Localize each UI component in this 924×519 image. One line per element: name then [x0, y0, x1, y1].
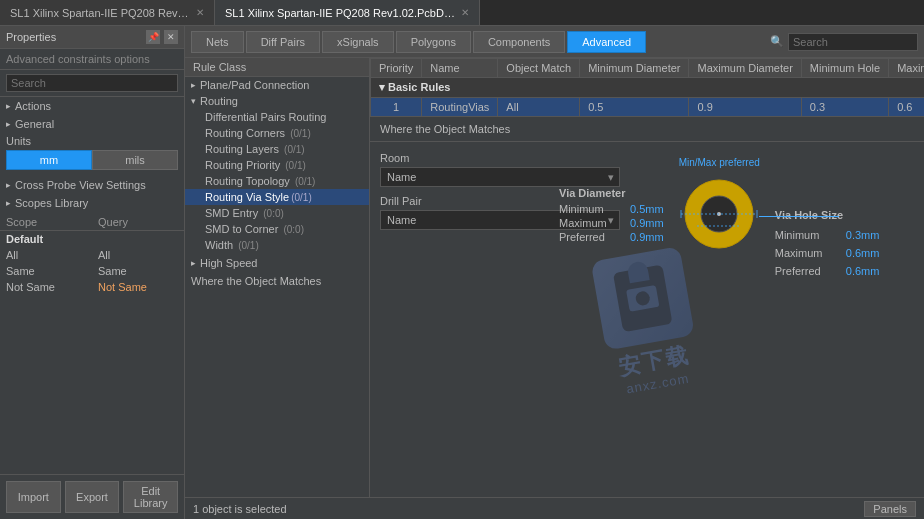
where-matches-label: Where the Object Matches: [370, 117, 924, 142]
sidebar-title: Properties: [6, 31, 56, 43]
export-button[interactable]: Export: [65, 481, 120, 513]
tab-diff-pairs[interactable]: Diff Pairs: [246, 31, 320, 53]
sidebar-header: Properties 📌 ✕: [0, 26, 184, 49]
query-col-header: Query: [92, 214, 184, 231]
group-name: Basic Rules: [388, 81, 450, 93]
search-icon: 🔍: [770, 35, 784, 48]
via-diameter-preferred-value: 0.9mm: [630, 231, 664, 243]
sidebar-item-cross-probe[interactable]: ▸ Cross Probe View Settings: [0, 176, 184, 194]
tree-item-routing[interactable]: ▾ Routing: [185, 93, 369, 109]
constraints-search-input[interactable]: [788, 33, 918, 51]
tree-item-label: Routing Corners: [205, 127, 285, 139]
tab-xsignals[interactable]: xSignals: [322, 31, 394, 53]
col-min-diameter: Minimum Diameter: [580, 59, 689, 78]
arrow-icon: ▸: [6, 119, 11, 129]
tree-item-plane-pad[interactable]: ▸ Plane/Pad Connection: [185, 77, 369, 93]
rule-count: (0/1): [285, 160, 306, 171]
via-diagram-svg: [679, 174, 759, 254]
basic-rules-group-row: ▾ Basic Rules: [371, 78, 925, 98]
sidebar-pin-button[interactable]: 📌: [146, 30, 160, 44]
tree-item-label: Differential Pairs Routing: [205, 111, 326, 123]
rule-count: (0/1): [291, 192, 312, 203]
via-hole-min-value: 0.3mm: [846, 229, 880, 241]
tree-item-width[interactable]: Width (0/1): [185, 237, 369, 253]
arrow-icon: ▸: [6, 101, 11, 111]
scope-all-row[interactable]: All All: [0, 247, 184, 263]
close-icon[interactable]: ✕: [461, 7, 469, 18]
import-button[interactable]: Import: [6, 481, 61, 513]
close-icon[interactable]: ✕: [196, 7, 204, 18]
via-diameter-title: Via Diameter: [559, 187, 664, 199]
tree-item-label: Where the Object Matches: [191, 275, 321, 287]
search-input[interactable]: [6, 74, 178, 92]
col-max-hole: Maximum Hole: [889, 59, 924, 78]
rules-table: Priority Name Object Match Minimum Diame…: [370, 58, 924, 117]
via-diameter-max-value: 0.9mm: [630, 217, 664, 229]
tree-item-label: SMD to Corner: [205, 223, 278, 235]
arrow-icon: ▸: [191, 258, 196, 268]
status-message: 1 object is selected: [193, 503, 287, 515]
units-label: Units: [6, 135, 178, 147]
tab-components[interactable]: Components: [473, 31, 565, 53]
tab-polygons[interactable]: Polygons: [396, 31, 471, 53]
tree-item-label: Plane/Pad Connection: [200, 79, 309, 91]
units-mm-button[interactable]: mm: [6, 150, 92, 170]
scope-same-row[interactable]: Same Same: [0, 263, 184, 279]
tree-item-smd-to-corner[interactable]: SMD to Corner (0:0): [185, 221, 369, 237]
edit-library-button[interactable]: Edit Library: [123, 481, 178, 513]
tree-item-label: High Speed: [200, 257, 258, 269]
rule-count: (0/1): [238, 240, 259, 251]
tree-item-label: Routing Topology: [205, 175, 290, 187]
tab-constraints[interactable]: SL1 Xilinx Spartan-IIE PQ208 Rev1.02.Pcb…: [215, 0, 480, 25]
tree-item-label: Routing Via Style: [205, 191, 289, 203]
tree-item-smd-entry[interactable]: SMD Entry (0:0): [185, 205, 369, 221]
via-diameter-max-label: Maximum: [559, 217, 624, 229]
sidebar-item-general[interactable]: ▸ General: [0, 115, 184, 133]
rule-count: (0:0): [263, 208, 284, 219]
scope-default-row: Default: [0, 231, 184, 248]
tree-item-routing-topology[interactable]: Routing Topology (0/1): [185, 173, 369, 189]
col-priority: Priority: [371, 59, 422, 78]
col-min-hole: Minimum Hole: [801, 59, 888, 78]
sidebar-item-actions[interactable]: ▸ Actions: [0, 97, 184, 115]
scope-col-header: Scope: [0, 214, 92, 231]
panels-button[interactable]: Panels: [864, 501, 916, 517]
arrow-icon: ▸: [191, 80, 196, 90]
via-hole-preferred-label: Preferred: [775, 265, 840, 277]
tree-item-label: Width: [205, 239, 233, 251]
col-name: Name: [422, 59, 498, 78]
tab-advanced[interactable]: Advanced: [567, 31, 646, 53]
table-row[interactable]: 1 RoutingVias All 0.5 0.9 0.3 0.6: [371, 98, 925, 117]
via-hole-min-label: Minimum: [775, 229, 840, 241]
tree-item-routing-layers[interactable]: Routing Layers (0/1): [185, 141, 369, 157]
arrow-icon: ▸: [6, 180, 11, 190]
sidebar-item-scopes-library[interactable]: ▸ Scopes Library: [0, 194, 184, 212]
rule-count: (0:0): [283, 224, 304, 235]
tree-item-routing-via-style[interactable]: Routing Via Style (0/1): [185, 189, 369, 205]
tree-item-routing-corners[interactable]: Routing Corners (0/1): [185, 125, 369, 141]
via-hole-preferred-value: 0.6mm: [846, 265, 880, 277]
tree-item-high-speed[interactable]: ▸ High Speed: [185, 255, 369, 271]
scope-not-same-row[interactable]: Not Same Not Same: [0, 279, 184, 295]
group-label: ▾: [379, 81, 388, 93]
tab-nets[interactable]: Nets: [191, 31, 244, 53]
tree-rule-class-header: Rule Class: [185, 58, 369, 77]
scopes-table: Scope Query Default All All Same: [0, 214, 184, 295]
rule-count: (0/1): [290, 128, 311, 139]
via-diameter-preferred-label: Preferred: [559, 231, 624, 243]
min-max-preferred-label: Min/Max preferred: [679, 157, 760, 168]
tree-item-label: Routing Priority: [205, 159, 280, 171]
tree-item-diff-pairs-routing[interactable]: Differential Pairs Routing: [185, 109, 369, 125]
via-diameter-min-label: Minimum: [559, 203, 624, 215]
tree-item-label: Routing: [200, 95, 238, 107]
via-diameter-min-value: 0.5mm: [630, 203, 664, 215]
via-hole-max-value: 0.6mm: [846, 247, 880, 259]
advanced-constraints-label: Advanced constraints options: [6, 53, 150, 65]
sidebar-close-button[interactable]: ✕: [164, 30, 178, 44]
units-mils-button[interactable]: mils: [92, 150, 178, 170]
tab-pcbdoc[interactable]: SL1 Xilinx Spartan-IIE PQ208 Rev1.02.Pcb…: [0, 0, 215, 25]
tree-item-routing-priority[interactable]: Routing Priority (0/1): [185, 157, 369, 173]
arrow-icon: ▸: [6, 198, 11, 208]
arrow-icon: ▾: [191, 96, 196, 106]
tree-item-where-matches[interactable]: Where the Object Matches: [185, 273, 369, 289]
